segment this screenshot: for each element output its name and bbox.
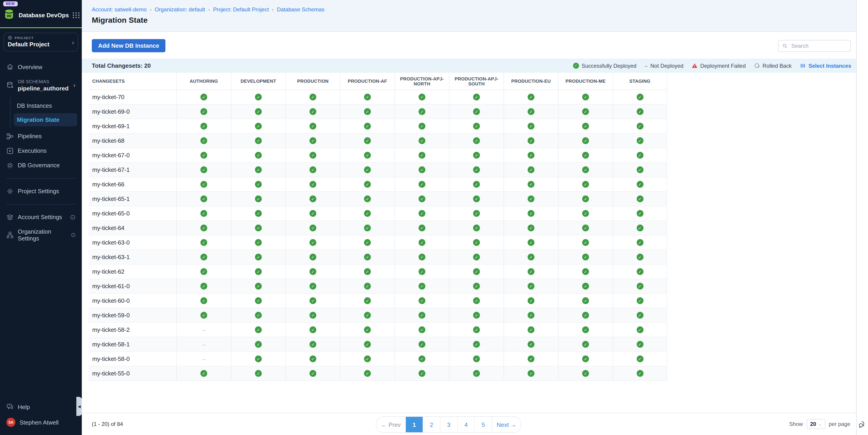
success-status-icon: ✓ bbox=[418, 341, 425, 348]
status-cell: ✓ bbox=[176, 163, 231, 177]
status-cell: ✓ bbox=[613, 163, 667, 177]
status-cell: ✓ bbox=[558, 308, 613, 322]
success-status-icon: ✓ bbox=[418, 297, 425, 304]
info-icon bbox=[70, 214, 75, 220]
breadcrumb-link[interactable]: Organization: default bbox=[155, 6, 205, 13]
changeset-name: my-ticket-61-0 bbox=[89, 279, 176, 293]
success-status-icon: ✓ bbox=[309, 327, 316, 333]
svg-text:?: ? bbox=[9, 404, 10, 407]
status-cell: ✓ bbox=[613, 279, 667, 293]
success-status-icon: ✓ bbox=[364, 166, 371, 173]
status-cell: ✓ bbox=[176, 265, 231, 279]
table-body: my-ticket-70✓✓✓✓✓✓✓✓✓my-ticket-69-0✓✓✓✓✓… bbox=[89, 90, 667, 381]
table-row: my-ticket-63-1✓✓✓✓✓✓✓✓✓ bbox=[89, 250, 667, 265]
select-instances-bars-icon bbox=[800, 63, 806, 69]
success-status-icon: ✓ bbox=[364, 195, 371, 202]
chevron-right-icon: › bbox=[73, 82, 75, 89]
status-cell: ✓ bbox=[340, 323, 395, 337]
chevron-down-icon: ⌄ bbox=[818, 422, 822, 426]
executions-play-icon bbox=[6, 147, 13, 154]
page-size-select[interactable]: 20⌄ bbox=[806, 419, 825, 429]
success-status-icon: ✓ bbox=[255, 239, 262, 246]
sidebar-item-pipelines[interactable]: Pipelines bbox=[0, 129, 82, 144]
sidebar: NEW ∞ Database DevOps PROJECT bbox=[0, 0, 82, 435]
success-status-icon: ✓ bbox=[528, 239, 534, 246]
success-status-icon: ✓ bbox=[582, 94, 589, 100]
select-instances-button[interactable]: Select Instances bbox=[800, 62, 851, 69]
sidebar-subitem-migration-state[interactable]: Migration State bbox=[13, 113, 77, 126]
status-cell: ✓ bbox=[503, 90, 558, 104]
project-selector[interactable]: PROJECT Default Project › bbox=[4, 33, 78, 51]
user-menu[interactable]: SA Stephen Atwell bbox=[0, 414, 82, 431]
success-status-icon: ✓ bbox=[582, 370, 589, 377]
sidebar-item-db-schemas[interactable]: DB SCHEMAS pipeline_authored › bbox=[0, 74, 82, 96]
success-status-icon: ✓ bbox=[418, 268, 425, 275]
breadcrumb-link[interactable]: Account: satwell-demo bbox=[92, 6, 147, 13]
status-cell: ✓ bbox=[449, 119, 503, 133]
page-button-3[interactable]: 3 bbox=[440, 417, 457, 432]
success-status-icon: ✓ bbox=[200, 239, 207, 246]
status-cell: ✓ bbox=[176, 134, 231, 148]
breadcrumb-link[interactable]: Project: Default Project bbox=[213, 6, 269, 13]
add-db-instance-button[interactable]: Add New DB Instance bbox=[92, 39, 166, 52]
not-deployed-dash: – bbox=[202, 356, 205, 362]
page-button-2[interactable]: 2 bbox=[423, 417, 440, 432]
page-button-1[interactable]: 1 bbox=[405, 417, 423, 432]
success-status-icon: ✓ bbox=[364, 181, 371, 188]
success-status-icon: ✓ bbox=[200, 268, 207, 275]
app-switcher-grid-icon[interactable] bbox=[72, 12, 80, 18]
help-button[interactable]: ? Help bbox=[0, 400, 82, 414]
sidebar-item-organization-settings[interactable]: Organization Settings bbox=[0, 224, 82, 245]
success-status-icon: ✓ bbox=[528, 254, 534, 260]
changeset-name: my-ticket-55-0 bbox=[89, 366, 176, 380]
status-cell: ✓ bbox=[449, 366, 503, 380]
sidebar-bottom: ? Help SA Stephen Atwell bbox=[0, 400, 82, 431]
status-cell: ✓ bbox=[176, 119, 231, 133]
sidebar-item-account-settings[interactable]: Account Settings bbox=[0, 210, 82, 224]
status-cell: ✓ bbox=[285, 250, 340, 264]
changeset-name: my-ticket-60-0 bbox=[89, 293, 176, 308]
table-footer: (1 - 20) of 84 ← Prev12345Next → Show 20… bbox=[82, 413, 857, 435]
success-status-icon: ✓ bbox=[418, 370, 425, 377]
success-status-icon: ✓ bbox=[473, 370, 480, 377]
breadcrumb: Account: satwell-demo›Organization: defa… bbox=[92, 0, 857, 13]
search-box[interactable] bbox=[778, 40, 851, 52]
search-input[interactable] bbox=[790, 42, 847, 49]
success-status-icon: ✓ bbox=[637, 152, 643, 159]
status-cell: ✓ bbox=[231, 308, 285, 322]
success-status-icon: ✓ bbox=[255, 152, 262, 159]
breadcrumb-separator-icon: › bbox=[208, 7, 210, 12]
table-header-row: CHANGESETSAUTHORINGDEVELOPMENTPRODUCTION… bbox=[89, 73, 667, 90]
success-status-icon: ✓ bbox=[364, 312, 371, 319]
success-status-icon: ✓ bbox=[364, 108, 371, 115]
support-bubbles-icon[interactable] bbox=[858, 420, 867, 429]
success-status-icon: ✓ bbox=[309, 137, 316, 144]
sidebar-item-db-governance[interactable]: DB Governance bbox=[0, 158, 82, 173]
page-button-5[interactable]: 5 bbox=[474, 417, 492, 432]
success-status-icon: ✓ bbox=[364, 283, 371, 289]
success-status-icon: ✓ bbox=[418, 283, 425, 289]
changeset-name: my-ticket-69-0 bbox=[89, 104, 176, 119]
success-status-icon: ✓ bbox=[418, 137, 425, 144]
breadcrumb-link[interactable]: Database Schemas bbox=[277, 6, 324, 13]
next-page-button[interactable]: Next → bbox=[492, 417, 521, 432]
prev-page-button[interactable]: ← Prev bbox=[376, 417, 405, 432]
success-status-icon: ✓ bbox=[309, 341, 316, 348]
sidebar-item-overview[interactable]: Overview bbox=[0, 60, 82, 74]
layers-icon bbox=[6, 213, 13, 221]
success-status-icon: ✓ bbox=[364, 268, 371, 275]
status-cell: ✓ bbox=[340, 293, 395, 308]
success-status-icon: ✓ bbox=[473, 152, 480, 159]
right-edge-strip bbox=[856, 0, 868, 435]
sidebar-collapse-handle[interactable]: ◀ bbox=[76, 397, 82, 416]
sidebar-item-project-settings[interactable]: Project Settings bbox=[0, 184, 82, 198]
page-button-4[interactable]: 4 bbox=[457, 417, 474, 432]
status-cell: ✓ bbox=[231, 337, 285, 351]
status-cell: ✓ bbox=[285, 177, 340, 191]
db-schemas-label: DB SCHEMAS bbox=[18, 79, 49, 84]
success-status-icon: ✓ bbox=[582, 268, 589, 275]
sidebar-item-executions[interactable]: Executions bbox=[0, 144, 82, 158]
success-status-icon: ✓ bbox=[473, 297, 480, 304]
status-cell: ✓ bbox=[395, 119, 449, 133]
sidebar-subitem-db-instances[interactable]: DB Instances bbox=[13, 99, 77, 112]
